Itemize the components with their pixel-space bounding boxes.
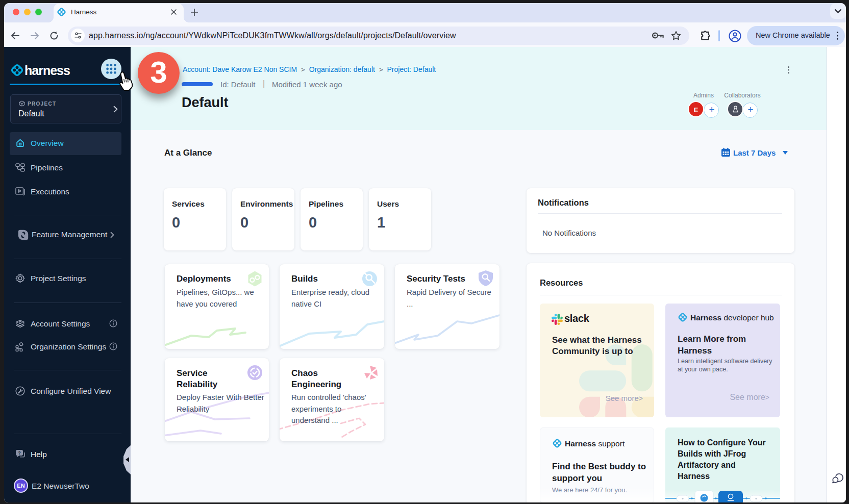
svg-text:?: ? [18, 450, 21, 456]
